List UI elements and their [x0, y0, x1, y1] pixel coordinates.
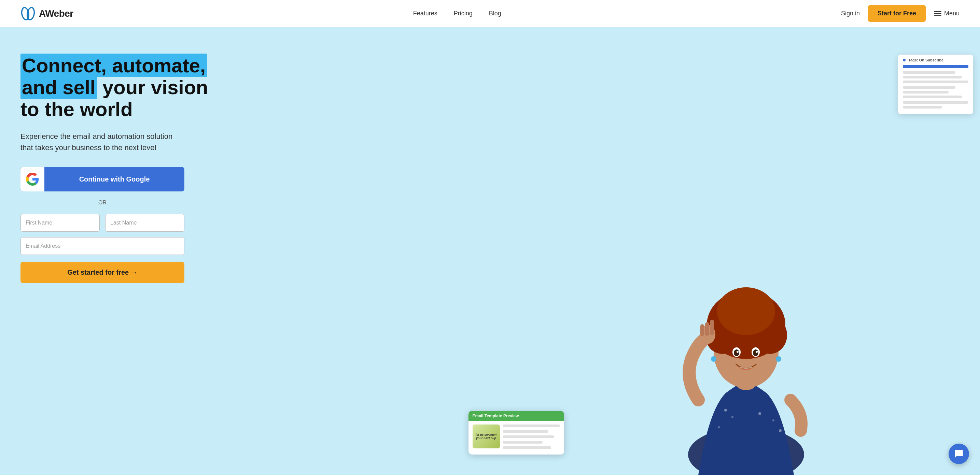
divider-or-text: OR [98, 200, 107, 206]
card-line-5 [903, 86, 955, 89]
email-input[interactable] [21, 237, 185, 255]
chat-bubble-icon [954, 449, 964, 459]
menu-button[interactable]: Menu [934, 10, 959, 17]
svg-point-25 [711, 356, 716, 362]
svg-rect-22 [705, 322, 709, 336]
card-line-1 [903, 65, 968, 68]
hero-title-line3: to the world [21, 98, 133, 120]
start-free-button[interactable]: Start for Free [868, 5, 926, 22]
card-line-8 [903, 101, 968, 104]
hamburger-line-2 [934, 13, 942, 14]
svg-point-8 [779, 429, 782, 432]
logo[interactable]: AWeber [21, 7, 73, 21]
svg-point-5 [758, 412, 761, 415]
svg-point-4 [732, 416, 733, 418]
r-line-3 [503, 435, 554, 438]
card-header: Email Template Preview [468, 411, 564, 421]
card-label-subscribe: Tags: On Subscribe [908, 58, 943, 62]
status-dot [903, 59, 905, 62]
nav-links: Features Pricing Blog [413, 10, 501, 17]
svg-point-16 [734, 349, 739, 356]
divider-row: OR [21, 200, 185, 206]
get-started-button[interactable]: Get started for free → [21, 262, 185, 283]
svg-rect-23 [710, 320, 714, 335]
hero-person-illustration [657, 257, 835, 475]
svg-point-19 [753, 349, 758, 356]
r-line-5 [503, 446, 552, 449]
card-body: let us sweeten your next cup [468, 421, 564, 454]
menu-label: Menu [944, 10, 959, 17]
logo-text: AWeber [39, 8, 73, 19]
logo-icon [21, 7, 36, 21]
svg-point-20 [756, 351, 758, 353]
card-line-7 [903, 95, 962, 98]
navbar: AWeber Features Pricing Blog Sign in Sta… [0, 0, 980, 27]
card-line-4 [903, 81, 968, 83]
google-signin-button[interactable]: Continue with Google [21, 167, 185, 191]
card-row-1: Tags: On Subscribe [903, 58, 968, 62]
card-line-3 [903, 76, 962, 78]
name-row [21, 214, 185, 232]
first-name-input[interactable] [21, 214, 100, 232]
hero-title-plain: your vision [97, 76, 208, 98]
sign-in-link[interactable]: Sign in [841, 10, 860, 17]
svg-point-3 [724, 409, 727, 411]
hero-title-highlight: Connect, automate, [21, 54, 207, 77]
svg-point-7 [718, 426, 720, 428]
svg-point-6 [772, 419, 775, 421]
email-thumbnail: let us sweeten your next cup [473, 424, 500, 448]
card-line-6 [903, 91, 948, 94]
email-template-card: Email Template Preview let us sweeten yo… [468, 411, 564, 454]
nav-pricing[interactable]: Pricing [454, 10, 473, 17]
hero-subtitle: Experience the email and automation solu… [21, 131, 185, 153]
nav-blog[interactable]: Blog [489, 10, 501, 17]
hamburger-line-3 [934, 15, 942, 16]
hero-section: Connect, automate, and sell your vision … [0, 27, 980, 475]
google-g-icon [26, 173, 39, 186]
google-icon-container [21, 167, 45, 191]
hamburger-line-1 [934, 11, 942, 12]
r-line-4 [503, 441, 543, 443]
svg-rect-24 [700, 324, 704, 336]
hero-image-area: Tags: On Subscribe [441, 27, 980, 475]
nav-features[interactable]: Features [413, 10, 438, 17]
svg-point-26 [776, 356, 781, 362]
svg-point-14 [717, 288, 775, 335]
hero-title-highlight-2: and sell [21, 75, 97, 99]
divider-right [111, 203, 185, 203]
hero-title: Connect, automate, and sell your vision … [21, 55, 225, 120]
hamburger-icon [934, 11, 942, 16]
thumb-text: let us sweeten your next cup [473, 432, 500, 441]
divider-left [21, 203, 94, 203]
card-line-2 [903, 71, 955, 74]
svg-point-17 [737, 351, 738, 353]
card-lines [503, 424, 560, 451]
r-line-2 [503, 430, 548, 433]
navbar-actions: Sign in Start for Free Menu [841, 5, 959, 22]
r-line-1 [503, 424, 560, 427]
hero-content: Connect, automate, and sell your vision … [21, 48, 225, 283]
last-name-input[interactable] [105, 214, 185, 232]
automation-card: Tags: On Subscribe [898, 55, 973, 114]
google-btn-text: Continue with Google [45, 175, 185, 183]
chat-bubble-button[interactable] [948, 443, 969, 464]
card-line-9 [903, 106, 942, 108]
